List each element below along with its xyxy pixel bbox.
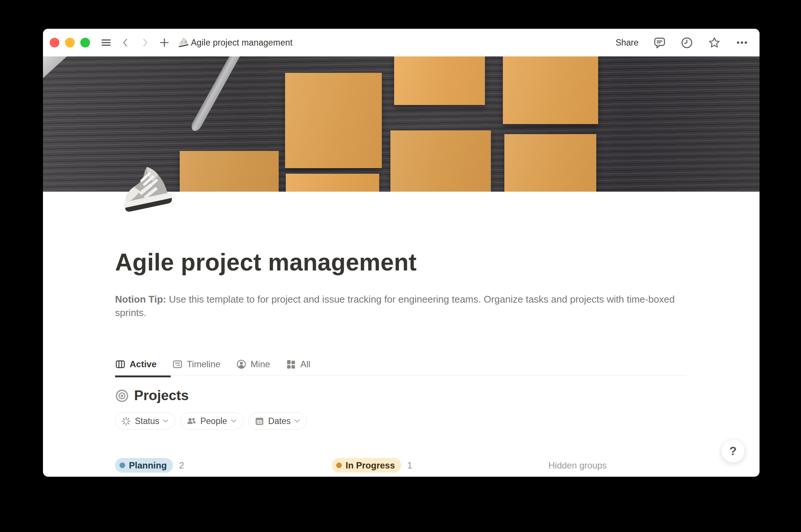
filter-label: Status: [135, 416, 159, 426]
filter-status[interactable]: Status: [115, 412, 175, 430]
group-pill-planning[interactable]: Planning: [115, 458, 173, 473]
notion-tip-text: Use this template to for project and iss…: [115, 294, 675, 318]
chevron-down-icon: [231, 419, 236, 423]
hidden-groups-toggle[interactable]: Hidden groups: [548, 460, 607, 471]
tab-label: All: [300, 359, 310, 369]
person-circle-icon: [236, 359, 247, 369]
people-icon: [186, 416, 197, 426]
board-column-hidden: Hidden groups: [548, 458, 750, 473]
cover-sticky-note: [504, 134, 596, 192]
notion-window: Agile project management Share: [43, 29, 760, 477]
tab-all[interactable]: All: [286, 359, 310, 369]
chevron-down-icon: [163, 419, 168, 423]
board-column-in-progress: In Progress 1: [332, 458, 534, 473]
updates-button[interactable]: [681, 37, 693, 49]
group-label: Planning: [129, 460, 167, 471]
close-button[interactable]: [50, 38, 59, 47]
board-view-icon: [115, 359, 126, 369]
filter-label: Dates: [268, 416, 291, 426]
traffic-lights: [50, 38, 90, 47]
doc-title: Agile project management: [191, 38, 293, 48]
new-tab-icon: [159, 37, 170, 48]
view-tabs: Active Timeline: [115, 359, 686, 376]
forward-button[interactable]: [138, 35, 152, 50]
forward-icon: [140, 37, 150, 48]
comments-icon: [653, 37, 666, 49]
tab-mine[interactable]: Mine: [236, 359, 270, 369]
share-button[interactable]: Share: [616, 38, 638, 48]
filter-label: People: [200, 416, 227, 426]
notion-tip-label: Notion Tip:: [115, 294, 166, 305]
doc-sneaker-icon: [177, 37, 189, 49]
sneaker-icon: [116, 162, 173, 219]
favorite-star-icon: [708, 36, 721, 49]
updates-clock-icon: [681, 37, 693, 49]
cover-sticky-note: [285, 73, 382, 168]
tab-active[interactable]: Active: [115, 359, 157, 369]
filter-bar: Status People: [115, 412, 686, 430]
status-dot: [336, 463, 342, 468]
cover-sticky-note: [390, 130, 491, 192]
page-icon-sneaker[interactable]: [116, 162, 173, 219]
board-group-headers: Planning 2 In Progress 1 Hidden groups: [115, 458, 750, 473]
back-button[interactable]: [118, 35, 133, 50]
board-column-planning: Planning 2: [115, 458, 317, 473]
group-count: 2: [179, 460, 184, 471]
grid-view-icon: [286, 359, 296, 369]
filter-people[interactable]: People: [180, 412, 243, 430]
cover-paper-corner: [43, 56, 67, 78]
cover-pen: [189, 56, 243, 133]
page-title[interactable]: Agile project management: [115, 248, 686, 276]
group-count: 1: [407, 460, 412, 471]
cover-sticky-note: [394, 56, 485, 105]
section-title: Projects: [134, 388, 189, 403]
cover-sticky-note: [180, 151, 279, 192]
minimize-button[interactable]: [65, 38, 75, 47]
cover-sticky-note: [503, 56, 598, 124]
group-label: In Progress: [346, 460, 395, 471]
zoom-button[interactable]: [80, 38, 90, 47]
chevron-down-icon: [294, 419, 300, 423]
timeline-view-icon: [172, 359, 183, 369]
tab-label: Mine: [251, 359, 270, 369]
menu-icon: [100, 37, 112, 48]
filter-dates[interactable]: Dates: [248, 412, 307, 430]
help-button[interactable]: ?: [721, 439, 745, 463]
comments-button[interactable]: [653, 37, 666, 49]
titlebar: Agile project management Share: [43, 29, 760, 56]
back-icon: [120, 37, 131, 48]
more-ellipsis-icon: [736, 36, 748, 49]
calendar-icon: [254, 416, 265, 426]
cover-sticky-note: [286, 174, 379, 192]
notion-tip: Notion Tip: Use this template to for pro…: [115, 293, 686, 319]
status-spinner-icon: [121, 416, 131, 426]
tab-timeline[interactable]: Timeline: [172, 359, 220, 369]
sidebar-menu-button[interactable]: [99, 35, 113, 50]
projects-target-icon: [115, 389, 129, 403]
new-tab-button[interactable]: [157, 35, 171, 50]
status-dot: [120, 463, 125, 468]
tab-label: Timeline: [187, 359, 220, 369]
more-button[interactable]: [736, 36, 748, 49]
group-pill-in-progress[interactable]: In Progress: [332, 458, 401, 473]
page-content: Agile project management Notion Tip: Use…: [115, 192, 686, 430]
tab-label: Active: [130, 359, 157, 369]
favorite-button[interactable]: [708, 36, 721, 49]
